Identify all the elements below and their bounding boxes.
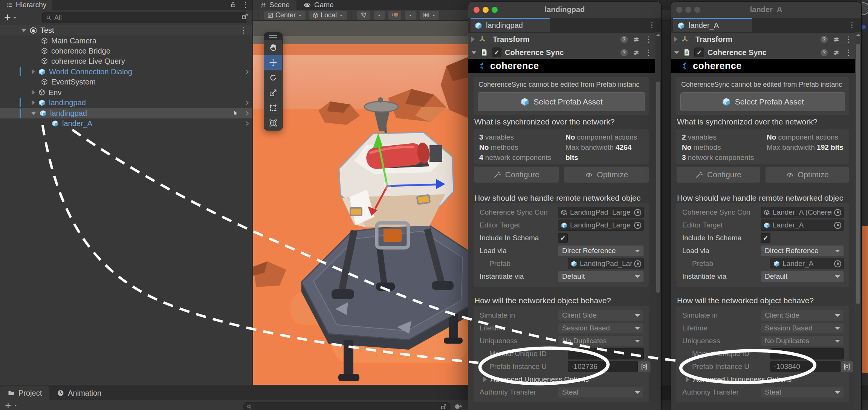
- palette-drag-handle[interactable]: [264, 33, 282, 40]
- foldout-closed-icon[interactable]: [471, 37, 475, 42]
- hierarchy-item[interactable]: EventSystem: [0, 77, 252, 87]
- lifetime-dropdown[interactable]: Session Based: [558, 322, 644, 334]
- help-icon[interactable]: ?: [620, 49, 628, 56]
- foldout-closed-icon[interactable]: [32, 100, 35, 105]
- tab-animation[interactable]: Animation: [49, 386, 109, 400]
- prefab-instance-uid-input[interactable]: -103840: [770, 361, 840, 372]
- sync-config-object-field[interactable]: LandingPad_Large: [558, 207, 644, 218]
- chevron-down-icon[interactable]: [12, 15, 17, 20]
- coherence-sync-component-header[interactable]: ✓ Coherence Sync ?⋮: [671, 46, 855, 59]
- hierarchy-item-prefab[interactable]: World Connection Dialog: [0, 66, 252, 77]
- foldout-closed-icon[interactable]: [674, 37, 677, 42]
- hierarchy-item[interactable]: coherence Live Query: [0, 56, 252, 66]
- snap-button[interactable]: [388, 10, 402, 20]
- inspector-window-landingpad[interactable]: landingpad landingpad ⋮ Transform ?⋮ ✓ C…: [468, 2, 661, 410]
- hierarchy-item[interactable]: coherence Bridge: [0, 46, 252, 56]
- hierarchy-item-prefab-selected[interactable]: landingpad: [0, 108, 252, 118]
- include-in-schema-checkbox[interactable]: ✓: [761, 233, 770, 243]
- inspector-tab[interactable]: landingpad: [471, 18, 550, 32]
- object-picker-icon[interactable]: [634, 209, 641, 216]
- hierarchy-item-prefab[interactable]: landingpad: [0, 97, 252, 108]
- regenerate-uid-button[interactable]: [840, 361, 853, 373]
- chevron-right-icon[interactable]: [244, 120, 250, 127]
- presets-icon[interactable]: [633, 36, 640, 43]
- help-icon[interactable]: ?: [620, 36, 628, 43]
- popout-icon[interactable]: [241, 13, 249, 20]
- manual-unique-id-input[interactable]: [568, 348, 644, 359]
- asset-visibility-icon[interactable]: [454, 402, 463, 410]
- move-tool-button[interactable]: [264, 55, 282, 70]
- add-icon[interactable]: [4, 14, 11, 21]
- select-prefab-asset-button[interactable]: Select Prefab Asset: [680, 92, 845, 111]
- foldout-open-icon[interactable]: [21, 29, 26, 32]
- kebab-menu-icon[interactable]: ⋮: [645, 49, 652, 56]
- component-enabled-checkbox[interactable]: ✓: [492, 48, 501, 57]
- editor-target-object-field[interactable]: LandingPad_Large: [558, 220, 644, 231]
- presets-icon[interactable]: [833, 36, 840, 43]
- instantiate-via-dropdown[interactable]: Default: [558, 271, 644, 282]
- configure-button[interactable]: Configure: [474, 166, 559, 183]
- presets-icon[interactable]: [833, 49, 840, 56]
- kebab-menu-icon[interactable]: ⋮: [845, 35, 852, 43]
- kebab-menu-icon[interactable]: ⋮: [845, 49, 852, 56]
- authority-transfer-dropdown[interactable]: Steal: [761, 387, 844, 398]
- grid-visibility-button[interactable]: [357, 10, 370, 20]
- popout-icon[interactable]: [440, 404, 447, 410]
- scale-tool-button[interactable]: [264, 85, 282, 100]
- window-titlebar[interactable]: lander_A: [671, 2, 861, 18]
- kebab-menu-icon[interactable]: ⋮: [240, 26, 247, 34]
- lifetime-dropdown[interactable]: Session Based: [761, 322, 844, 334]
- object-picker-icon[interactable]: [634, 222, 641, 229]
- prefab-object-field[interactable]: Lander_A: [770, 258, 844, 269]
- scroll-up-icon[interactable]: [656, 34, 660, 36]
- chevron-right-icon[interactable]: [244, 69, 250, 75]
- hierarchy-item[interactable]: Env: [0, 87, 252, 98]
- hierarchy-item-scene-root[interactable]: Test ⋮: [0, 25, 252, 35]
- chevron-down-icon[interactable]: [13, 403, 18, 408]
- transform-tool-button[interactable]: [264, 115, 282, 130]
- project-search-input[interactable]: [243, 402, 451, 410]
- foldout-closed-icon[interactable]: [32, 69, 35, 74]
- kebab-menu-icon[interactable]: ⋮: [645, 35, 652, 43]
- chevron-right-icon[interactable]: [244, 100, 250, 106]
- snap-dropdown[interactable]: [405, 10, 416, 20]
- regenerate-uid-button[interactable]: [638, 361, 651, 373]
- transform-component-header[interactable]: Transform ?⋮: [671, 32, 855, 46]
- scrollbar-thumb[interactable]: [656, 81, 660, 293]
- kebab-menu-icon[interactable]: ⋮: [648, 20, 656, 29]
- kebab-menu-icon[interactable]: ⋮: [242, 1, 249, 8]
- rotate-tool-button[interactable]: [264, 70, 282, 85]
- window-titlebar[interactable]: landingpad: [468, 2, 661, 18]
- load-via-dropdown[interactable]: Direct Reference: [761, 245, 844, 256]
- scrollbar-thumb[interactable]: [856, 44, 860, 304]
- configure-button[interactable]: Configure: [676, 166, 760, 183]
- advanced-uniqueness-foldout[interactable]: Advanced Uniqueness Options: [676, 373, 849, 386]
- pivot-mode-dropdown[interactable]: Center: [264, 10, 306, 20]
- help-icon[interactable]: ?: [821, 36, 828, 43]
- inspector-window-lander-a[interactable]: lander_A lander_A ⋮ Transform ?⋮ ✓ Coher…: [671, 2, 861, 410]
- lock-icon[interactable]: [230, 1, 237, 8]
- tab-scene[interactable]: Scene: [253, 0, 296, 10]
- rect-tool-button[interactable]: [264, 100, 282, 115]
- foldout-open-icon[interactable]: [31, 112, 36, 115]
- sync-config-object-field[interactable]: Lander_A (Coheren: [761, 207, 844, 218]
- object-picker-icon[interactable]: [834, 222, 841, 229]
- select-prefab-asset-button[interactable]: Select Prefab Asset: [478, 92, 645, 111]
- object-picker-icon[interactable]: [634, 260, 641, 267]
- hierarchy-item-prefab-child[interactable]: lander_A: [0, 118, 252, 129]
- include-in-schema-checkbox[interactable]: ✓: [558, 233, 568, 243]
- hierarchy-search-input[interactable]: All: [42, 12, 246, 23]
- prefab-instance-uid-input[interactable]: -102736: [568, 361, 638, 372]
- scene-viewport[interactable]: [253, 21, 468, 385]
- foldout-closed-icon[interactable]: [32, 90, 35, 95]
- foldout-open-icon[interactable]: [674, 51, 679, 54]
- increment-snap-dropdown[interactable]: [419, 10, 440, 20]
- editor-target-object-field[interactable]: Lander_A: [761, 220, 844, 231]
- object-picker-icon[interactable]: [834, 209, 841, 216]
- inspector-scrollbar[interactable]: [655, 32, 661, 410]
- add-icon[interactable]: [5, 402, 12, 409]
- optimize-button[interactable]: Optimize: [765, 166, 849, 183]
- tab-game[interactable]: Game: [296, 0, 341, 10]
- kebab-menu-icon[interactable]: ⋮: [848, 20, 856, 29]
- hierarchy-item[interactable]: Main Camera: [0, 35, 252, 46]
